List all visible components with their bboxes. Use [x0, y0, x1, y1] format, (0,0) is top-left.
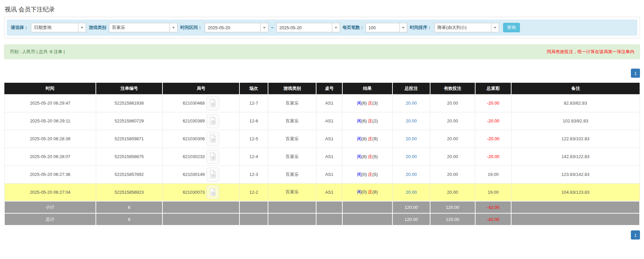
col-total-bet: 总投注 — [392, 83, 430, 94]
summary-row: 总计6120.00120.00-42.00 — [4, 213, 640, 225]
cell-round-id: 621030149 — [162, 165, 239, 183]
cell-bet-id: 522515858875 — [96, 148, 162, 165]
summary-total-bet: 120.00 — [392, 201, 430, 213]
sort-order-combobox[interactable] — [434, 23, 499, 32]
total-bet-link[interactable]: 20.00 — [406, 136, 417, 141]
query-type-combobox[interactable] — [31, 23, 86, 32]
cell-valid-bet: 20.00 — [430, 148, 475, 165]
cell-payout: 19.00 — [475, 165, 512, 183]
page-container: 视讯 会员下注纪录 请选择： 游戏类别 时间区间： ~ 每页 — [0, 0, 644, 239]
table-body: 2025-05-20 06:29:47522515861938621030468… — [4, 94, 640, 225]
table-row: 2025-05-20 06:28:39522515859871621030306… — [4, 130, 640, 148]
date-from-input[interactable] — [205, 23, 260, 32]
chevron-down-icon[interactable] — [332, 23, 340, 32]
round-id-value: 621030306 — [183, 136, 205, 141]
table-row: 2025-05-20 06:29:11522515860729621030389… — [4, 112, 640, 130]
page-size-label: 每页笔数 : — [343, 25, 363, 31]
video-file-icon — [210, 152, 216, 161]
result-player-label: 闲 — [357, 154, 362, 159]
video-file-icon — [210, 188, 216, 196]
valid-bet-note: 同局有效投注，统一计算在该局第一张注单内 — [547, 49, 634, 55]
cell-table-no: AS1 — [316, 130, 342, 148]
page-size-input[interactable] — [366, 23, 399, 32]
video-replay-button[interactable] — [206, 96, 219, 110]
video-replay-button[interactable] — [206, 185, 219, 199]
cell-note: 142.83/122.83 — [511, 148, 640, 165]
cell-session: 12-2 — [239, 183, 268, 201]
cell-note: 102.83/82.83 — [511, 112, 640, 130]
cell-result: 闲(8) 庄(5) — [342, 148, 392, 165]
cell-session: 12-5 — [239, 130, 268, 148]
total-bet-link[interactable]: 20.00 — [406, 118, 417, 123]
video-replay-button[interactable] — [206, 168, 219, 182]
game-type-input[interactable] — [109, 23, 169, 32]
summary-count: 6 — [96, 201, 162, 213]
video-file-icon — [210, 99, 216, 107]
search-button[interactable]: 查询 — [503, 23, 520, 32]
table-row: 2025-05-20 06:27:36522515857892621030149… — [4, 165, 640, 183]
chevron-down-icon[interactable] — [78, 23, 86, 32]
game-type-combobox[interactable] — [109, 23, 178, 32]
sort-order-input[interactable] — [434, 23, 491, 32]
cell-valid-bet: 20.00 — [430, 112, 475, 130]
cell-round-id: 621030389 — [162, 112, 239, 130]
bet-records-table: 时间 注单编号 局号 场次 游戏类别 桌号 结果 总投注 有效投注 总派彩 备注… — [4, 83, 640, 226]
page-size-combobox[interactable] — [366, 23, 407, 32]
summary-bar: 币别 : 人民币 | 总共 :6 注单 | 同局有效投注，统一计算在该局第一张注… — [4, 44, 640, 59]
cell-session: 12-7 — [239, 94, 268, 112]
cell-total-bet: 20.00 — [392, 130, 430, 148]
cell-game-type: 百家乐 — [268, 148, 316, 165]
col-round-id: 局号 — [162, 83, 239, 94]
cell-bet-id: 522515861938 — [96, 94, 162, 112]
table-row: 2025-05-20 06:27:04522515856923621030073… — [4, 183, 640, 201]
chevron-down-icon[interactable] — [491, 23, 499, 32]
chevron-down-icon[interactable] — [169, 23, 178, 32]
video-file-icon — [210, 117, 216, 125]
cell-game-type: 百家乐 — [268, 112, 316, 130]
cell-bet-id: 522515860729 — [96, 112, 162, 130]
result-banker-label: 庄 — [368, 118, 372, 123]
cell-time: 2025-05-20 06:27:04 — [4, 183, 96, 201]
sort-order-label: 时间排序： — [410, 25, 432, 31]
total-bet-link[interactable]: 20.00 — [406, 154, 417, 159]
col-valid-bet: 有效投注 — [430, 83, 475, 94]
chevron-down-icon[interactable] — [260, 23, 268, 32]
summary-count: 6 — [96, 213, 162, 225]
page-1-button[interactable]: 1 — [631, 69, 640, 78]
result-banker-label: 庄 — [368, 101, 372, 106]
cell-total-bet: 20.00 — [392, 148, 430, 165]
date-from-combobox[interactable] — [205, 23, 268, 32]
round-id-value: 621030073 — [183, 190, 205, 195]
result-banker-label: 庄 — [368, 136, 372, 141]
cell-round-id: 621030468 — [162, 94, 239, 112]
total-bet-link[interactable]: 20.00 — [406, 101, 417, 106]
summary-label: 小计 — [4, 201, 96, 213]
video-replay-button[interactable] — [206, 132, 219, 146]
cell-result: 闲(6) 庄(3) — [342, 94, 392, 112]
cell-note: 82.83/62.83 — [511, 94, 640, 112]
video-replay-button[interactable] — [206, 114, 219, 128]
result-player-label: 闲 — [357, 101, 362, 106]
cell-bet-id: 522515856923 — [96, 183, 162, 201]
currency-summary-text: 币别 : 人民币 | 总共 :6 注单 | — [10, 49, 65, 55]
result-player-label: 闲 — [357, 172, 362, 177]
total-bet-link[interactable]: 20.00 — [406, 172, 417, 177]
cell-time: 2025-05-20 06:28:07 — [4, 148, 96, 165]
col-payout: 总派彩 — [475, 83, 512, 94]
date-to-combobox[interactable] — [276, 23, 340, 32]
video-replay-button[interactable] — [206, 150, 219, 164]
cell-result: 闲(8) 庄(9) — [342, 130, 392, 148]
date-to-input[interactable] — [276, 23, 332, 32]
result-player-label: 闲 — [357, 118, 362, 123]
cell-table-no: AS1 — [316, 183, 342, 201]
page-1-button[interactable]: 1 — [631, 230, 640, 239]
summary-valid-bet: 120.00 — [430, 213, 475, 225]
chevron-down-icon[interactable] — [399, 23, 407, 32]
query-type-input[interactable] — [31, 23, 78, 32]
cell-game-type: 百家乐 — [268, 183, 316, 201]
cell-time: 2025-05-20 06:27:36 — [4, 165, 96, 183]
total-bet-link[interactable]: 20.00 — [406, 190, 417, 195]
time-range-label: 时间区间： — [180, 25, 202, 31]
round-id-value: 621030389 — [183, 118, 205, 123]
result-player-label: 闲 — [357, 136, 362, 141]
